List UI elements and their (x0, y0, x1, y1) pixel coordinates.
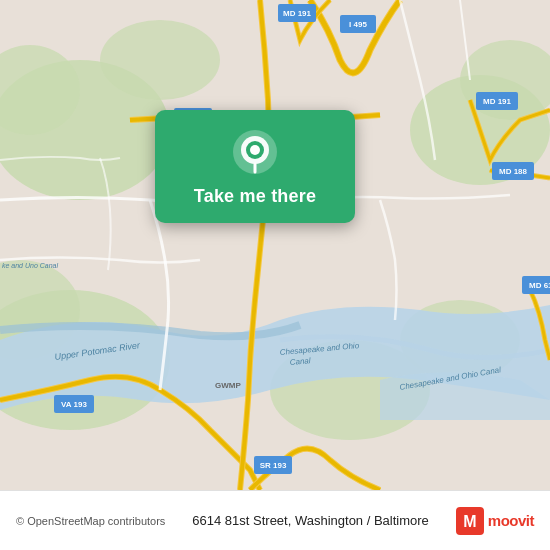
svg-text:MD 191: MD 191 (483, 97, 512, 106)
address-label: 6614 81st Street, Washington / Baltimore (165, 513, 455, 528)
moovit-icon: M (456, 507, 484, 535)
svg-text:ke and Uno Canal: ke and Uno Canal (2, 262, 58, 269)
svg-text:M: M (463, 513, 476, 530)
svg-point-3 (100, 20, 220, 100)
svg-text:SR 193: SR 193 (260, 461, 287, 470)
svg-text:MD 191: MD 191 (283, 9, 312, 18)
take-me-there-button[interactable]: Take me there (194, 186, 316, 207)
map-pin-icon (231, 128, 279, 176)
moovit-logo: M moovit (456, 507, 534, 535)
svg-text:MD 188: MD 188 (499, 167, 528, 176)
map-container: MD 191 I 495 MD 190 190 MD 191 MD 188 MD… (0, 0, 550, 490)
svg-text:Canal: Canal (289, 356, 311, 367)
svg-text:MD 614: MD 614 (529, 281, 550, 290)
svg-text:GWMP: GWMP (215, 381, 241, 390)
svg-point-37 (250, 145, 260, 155)
moovit-wordmark: moovit (488, 512, 534, 529)
bottom-bar: © OpenStreetMap contributors 6614 81st S… (0, 490, 550, 550)
location-card[interactable]: Take me there (155, 110, 355, 223)
svg-text:VA 193: VA 193 (61, 400, 87, 409)
svg-text:I 495: I 495 (349, 20, 367, 29)
map-background: MD 191 I 495 MD 190 190 MD 191 MD 188 MD… (0, 0, 550, 490)
map-attribution: © OpenStreetMap contributors (16, 515, 165, 527)
